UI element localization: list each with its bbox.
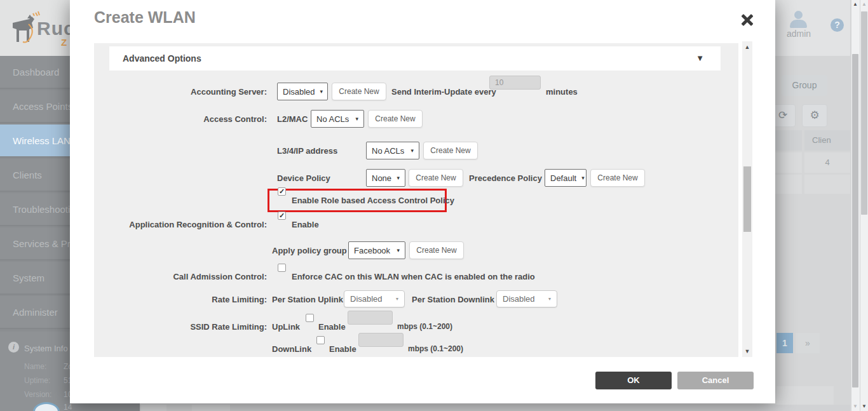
precedence-create-new-button[interactable]: Create New bbox=[590, 169, 645, 187]
scroll-up-icon[interactable]: ▲ bbox=[851, 0, 859, 9]
l2mac-create-new-button[interactable]: Create New bbox=[368, 110, 423, 128]
check-icon: ✓ bbox=[279, 212, 285, 219]
l34-ip-label: L3/4/IP address bbox=[277, 142, 337, 159]
l34-create-new-button[interactable]: Create New bbox=[423, 142, 478, 159]
cancel-button[interactable]: Cancel bbox=[677, 372, 754, 389]
interim-update-input: 10 bbox=[489, 76, 541, 90]
bottom-strip bbox=[140, 405, 850, 411]
accounting-server-label: Accounting Server: bbox=[94, 83, 267, 100]
select-caret-icon: ▾ bbox=[410, 147, 414, 154]
ssid-uplink-enable-label: Enable bbox=[318, 318, 346, 335]
modal-scrollbar[interactable]: ▲ ▼ bbox=[742, 41, 752, 357]
ssid-downlink-unit-label: mbps (0.1~200) bbox=[408, 340, 463, 358]
user-avatar-icon[interactable] bbox=[790, 20, 807, 28]
username-label[interactable]: admin bbox=[782, 29, 816, 39]
ok-button[interactable]: OK bbox=[595, 372, 672, 389]
l2mac-acl-select[interactable]: No ACLs ▾ bbox=[311, 110, 364, 128]
table-cell-clients: 4 bbox=[804, 152, 850, 173]
ssid-downlink-enable-checkbox[interactable] bbox=[316, 336, 325, 344]
cac-checkbox[interactable] bbox=[278, 264, 286, 272]
accounting-server-select[interactable]: Disabled ▾ bbox=[277, 83, 328, 100]
cac-label: Call Admission Control: bbox=[94, 267, 267, 285]
advanced-options-panel: Advanced Options ▼ Accounting Server: Di… bbox=[94, 43, 738, 357]
ssid-downlink-mbps-input bbox=[358, 333, 403, 347]
ssid-uplink-label: UpLink bbox=[272, 318, 300, 335]
user-avatar-icon[interactable] bbox=[794, 11, 803, 19]
refresh-icon: ⟳ bbox=[778, 109, 787, 121]
group-tab-button[interactable]: Group bbox=[782, 75, 827, 96]
scroll-down-icon[interactable]: ▼ bbox=[742, 347, 752, 356]
uplink-rate-value: Disabled bbox=[350, 294, 383, 304]
check-icon: ✓ bbox=[279, 188, 285, 195]
bottom-strip-segment bbox=[141, 405, 166, 411]
role-policy-checkbox[interactable]: ✓ bbox=[278, 187, 286, 196]
scroll-down-icon[interactable]: ▼ bbox=[851, 402, 859, 411]
select-caret-icon: ▾ bbox=[397, 175, 400, 181]
device-policy-label: Device Policy bbox=[277, 169, 330, 187]
ssid-downlink-row: DownLink Enable mbps (0.1~200) bbox=[94, 340, 738, 358]
advanced-options-title: Advanced Options bbox=[123, 46, 201, 71]
per-station-uplink-select[interactable]: Disabled ▾ bbox=[344, 290, 405, 307]
content-scrollbar[interactable]: ▲ ▼ bbox=[851, 0, 860, 411]
browser-scrollbar-thumb[interactable] bbox=[861, 11, 867, 215]
scroll-up-icon[interactable]: ▲ bbox=[742, 43, 752, 51]
system-uptime-label: Uptime: bbox=[24, 376, 50, 385]
device-policy-row: Device Policy None ▾ Create New Preceden… bbox=[94, 169, 738, 187]
pagination-page-1[interactable]: 1 bbox=[776, 333, 793, 353]
bottom-strip-segment bbox=[192, 405, 230, 411]
close-icon[interactable] bbox=[739, 11, 756, 28]
select-caret-icon: ▾ bbox=[397, 247, 400, 253]
l34-acl-value: No ACLs bbox=[372, 146, 404, 156]
app-recognition-checkbox[interactable]: ✓ bbox=[278, 212, 286, 220]
cac-row: Call Admission Control: Enforce CAC on t… bbox=[94, 267, 738, 285]
policy-group-create-new-button[interactable]: Create New bbox=[409, 241, 464, 259]
precedence-policy-select[interactable]: Default ▾ bbox=[545, 169, 587, 187]
precedence-policy-value: Default bbox=[550, 173, 576, 183]
device-policy-create-new-button[interactable]: Create New bbox=[409, 169, 463, 187]
l34-acl-select[interactable]: No ACLs ▾ bbox=[366, 142, 419, 159]
ssid-uplink-enable-checkbox[interactable] bbox=[306, 314, 314, 322]
policy-group-select[interactable]: Facebook ▾ bbox=[348, 241, 405, 259]
access-control-row: Access Control: L2/MAC No ACLs ▾ Create … bbox=[94, 110, 738, 128]
device-policy-value: None bbox=[372, 173, 391, 183]
role-policy-label: Enable Role based Access Control Policy bbox=[292, 191, 454, 209]
l2mac-acl-value: No ACLs bbox=[316, 114, 349, 124]
help-icon[interactable]: ? bbox=[831, 18, 844, 32]
policy-group-value: Facebook bbox=[354, 246, 390, 255]
scroll-down-icon[interactable]: ▼ bbox=[860, 402, 868, 411]
settings-button[interactable]: ⚙ bbox=[802, 104, 827, 127]
accounting-create-new-button[interactable]: Create New bbox=[332, 83, 386, 100]
table-cell bbox=[775, 152, 802, 173]
modal-title: Create WLAN bbox=[94, 8, 196, 27]
per-station-downlink-select[interactable]: Disabled ▾ bbox=[496, 290, 557, 307]
minutes-label: minutes bbox=[546, 83, 578, 100]
accounting-server-value: Disabled bbox=[283, 87, 315, 97]
rate-limiting-label: Rate Limiting: bbox=[94, 290, 267, 308]
collapse-caret-icon: ▼ bbox=[696, 46, 704, 71]
interim-update-label: Send Interim-Update every bbox=[391, 83, 496, 100]
ruckus-dog-logo-icon bbox=[8, 10, 41, 47]
per-station-downlink-label: Per Station Downlink bbox=[412, 290, 494, 308]
rate-limiting-row: Rate Limiting: Per Station Uplink Disabl… bbox=[94, 290, 738, 308]
gear-icon: ⚙ bbox=[810, 109, 819, 121]
app-recognition-label: Application Recognition & Control: bbox=[94, 215, 267, 233]
policy-group-row: Apply policy group Facebook ▾ Create New bbox=[94, 241, 738, 259]
content-scrollbar-thumb[interactable] bbox=[852, 54, 858, 387]
system-name-label: Name: bbox=[24, 362, 46, 371]
app-recognition-enable-label: Enable bbox=[292, 215, 319, 233]
modal-scrollbar-thumb[interactable] bbox=[743, 166, 751, 232]
select-caret-icon: ▾ bbox=[548, 296, 551, 302]
table-header-clients: Clien bbox=[804, 130, 850, 151]
scroll-up-icon[interactable]: ▲ bbox=[860, 0, 868, 9]
browser-scrollbar[interactable]: ▲ ▼ bbox=[860, 0, 868, 411]
access-control-label: Access Control: bbox=[94, 110, 267, 128]
advanced-options-header[interactable]: Advanced Options ▼ bbox=[109, 46, 721, 71]
device-policy-select[interactable]: None ▾ bbox=[366, 169, 405, 187]
bottom-strip-segment bbox=[166, 405, 192, 411]
select-caret-icon: ▾ bbox=[396, 296, 398, 302]
system-version-label: Version: bbox=[24, 390, 51, 399]
policy-group-label: Apply policy group bbox=[272, 241, 347, 259]
app-recognition-row: Application Recognition & Control: ✓ Ena… bbox=[94, 215, 738, 233]
pagination-next-icon[interactable]: » bbox=[796, 333, 820, 353]
table-header-cell bbox=[775, 130, 802, 151]
